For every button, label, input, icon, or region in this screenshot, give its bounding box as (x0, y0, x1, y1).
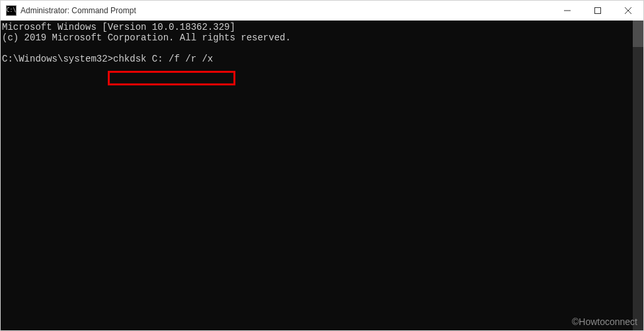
scrollbar-thumb[interactable] (633, 21, 643, 47)
command-input[interactable]: chkdsk C: /f /r /x (113, 54, 213, 64)
window-controls (552, 1, 643, 21)
app-icon: C:\ (6, 5, 17, 16)
window-title: Administrator: Command Prompt (20, 6, 552, 15)
close-button[interactable] (613, 1, 643, 21)
titlebar[interactable]: C:\ Administrator: Command Prompt (1, 1, 643, 21)
terminal-line: Microsoft Windows [Version 10.0.18362.32… (2, 22, 235, 32)
vertical-scrollbar[interactable] (633, 21, 643, 330)
terminal-line: (c) 2019 Microsoft Corporation. All righ… (2, 32, 291, 43)
minimize-icon (564, 7, 571, 14)
annotation-highlight (108, 71, 235, 85)
terminal-content[interactable]: Microsoft Windows [Version 10.0.18362.32… (1, 21, 633, 330)
svg-rect-1 (595, 8, 601, 14)
maximize-icon (594, 7, 601, 14)
command-prompt-window: C:\ Administrator: Command Prompt Micros… (0, 0, 644, 331)
close-icon (625, 7, 631, 14)
maximize-button[interactable] (583, 1, 613, 21)
prompt: C:\Windows\system32> (2, 54, 113, 64)
app-icon-glyph: C:\ (7, 8, 16, 13)
watermark-text: ©Howtoconnect (572, 316, 637, 327)
minimize-button[interactable] (552, 1, 583, 21)
terminal-area: Microsoft Windows [Version 10.0.18362.32… (1, 21, 643, 330)
